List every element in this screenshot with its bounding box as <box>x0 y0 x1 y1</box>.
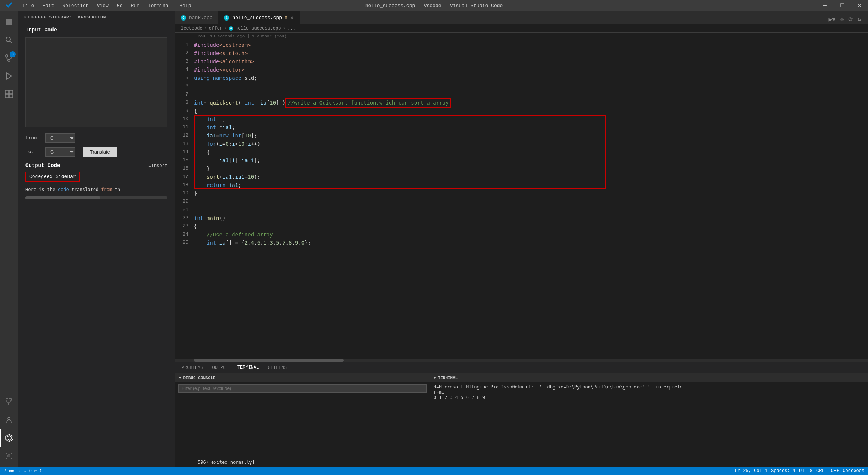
layout-icon[interactable]: ⇆ <box>856 15 862 24</box>
activity-explorer[interactable] <box>0 13 18 31</box>
terminal-content[interactable]: d=Microsoft-MIEngine-Pid-1xso0ekm.rtz' '… <box>430 382 868 458</box>
settings-icon[interactable]: ⚙ <box>839 15 845 24</box>
menu-run[interactable]: Run <box>127 2 143 9</box>
hello-tab-label: hello_success.cpp <box>232 15 282 21</box>
svg-line-1 <box>10 41 12 43</box>
from-row: From: C C++ Python Java <box>25 133 167 143</box>
breadcrumb-sep-2: › <box>224 26 227 31</box>
breadcrumb-leetcode[interactable]: leetcode <box>181 26 203 31</box>
menu-view[interactable]: View <box>93 2 112 9</box>
svg-point-11 <box>8 417 10 420</box>
code-line-8: 8 int* quicksort( int ia[10] )//write a … <box>175 99 868 107</box>
tab-modified-indicator: M <box>285 16 287 20</box>
menu-help[interactable]: Help <box>176 2 195 9</box>
panel-tab-gitlens[interactable]: GITLENS <box>267 362 287 373</box>
debug-filter-input[interactable] <box>178 384 427 393</box>
hello-tab-icon: G <box>224 15 229 21</box>
minimize-button[interactable]: — <box>816 0 834 11</box>
debug-console-arrow: ▼ <box>179 376 182 380</box>
terminal-line-1: d=Microsoft-MIEngine-Pid-1xso0ekm.rtz' '… <box>434 384 864 390</box>
menu-edit[interactable]: Edit <box>39 2 58 9</box>
breadcrumb-file-icon: G <box>229 26 233 31</box>
line-content-19: } <box>194 189 868 197</box>
tab-hello[interactable]: G hello_success.cpp M ✕ <box>218 11 299 24</box>
line-num-20: 20 <box>175 197 194 206</box>
line-num-16: 16 <box>175 164 194 173</box>
line-num-5: 5 <box>175 74 194 82</box>
breadcrumb-sep-3: › <box>283 26 285 31</box>
codegeex-sidebar-item[interactable]: Codegeex SideBar <box>25 172 80 182</box>
menu-selection[interactable]: Selection <box>58 2 92 9</box>
sidebar: CODEGEEX SIDEBAR: TRANSLATION Input Code… <box>18 11 175 467</box>
code-line-25: 25 int ia[] = {2,4,6,1,3,5,7,8,9,0}; <box>175 239 868 247</box>
code-line-20: 20 <box>175 197 868 206</box>
line-num-23: 23 <box>175 222 194 230</box>
line-num-22: 22 <box>175 214 194 222</box>
activity-source-control[interactable]: 3 <box>0 49 18 67</box>
code-line-1: 1 #include<iostream> <box>175 41 868 49</box>
menu-go[interactable]: Go <box>113 2 127 9</box>
activity-run[interactable] <box>0 67 18 85</box>
status-right: Ln 25, Col 1 Spaces: 4 UTF-8 CRLF C++ Co… <box>735 468 864 474</box>
code-editor[interactable]: 1 #include<iostream> 2 #include<stdio.h>… <box>175 40 868 362</box>
line-content-22: int main() <box>194 214 868 222</box>
svg-point-14 <box>8 455 10 457</box>
activity-bar: 3 <box>0 11 18 467</box>
activity-extensions[interactable] <box>0 85 18 103</box>
code-line-5: 5 using namespace std; <box>175 74 868 82</box>
debug-console-title: DEBUG CONSOLE <box>183 376 216 380</box>
line-num-14: 14 <box>175 148 194 156</box>
to-select[interactable]: C++ C Python Java <box>45 147 75 157</box>
status-spaces[interactable]: Spaces: 4 <box>771 468 795 474</box>
code-line-7: 7 <box>175 90 868 99</box>
insert-button[interactable]: ↵Insert <box>149 163 167 169</box>
status-line-col[interactable]: Ln 25, Col 1 <box>735 468 767 474</box>
panel-tab-problems[interactable]: PROBLEMS <box>181 362 204 373</box>
status-branch[interactable]: ☍ main <box>4 468 20 474</box>
run-debug-icon[interactable]: ▶▼ <box>827 15 837 24</box>
editor-scrollbar-h[interactable] <box>175 359 868 362</box>
bottom-line-text: 596) exited normally] <box>198 460 255 465</box>
breadcrumb-file[interactable]: hello_success.cpp <box>235 26 281 31</box>
status-encoding[interactable]: UTF-8 <box>799 468 813 474</box>
panel-tab-terminal[interactable]: TERMINAL <box>237 362 260 373</box>
status-errors[interactable]: ⚠ 0 ☐ 0 <box>24 468 42 474</box>
status-language[interactable]: C++ <box>831 468 839 474</box>
activity-codegeex[interactable] <box>0 429 18 447</box>
main-layout: 3 <box>0 11 868 467</box>
tab-bank[interactable]: G bank.cpp <box>175 11 218 24</box>
from-select[interactable]: C C++ Python Java <box>45 133 75 143</box>
code-line-16: 16 } <box>175 164 868 173</box>
window-controls: — □ ✕ <box>816 0 868 11</box>
line-content-14: { <box>194 148 868 156</box>
close-button[interactable]: ✕ <box>851 0 868 11</box>
line-content-1: #include<iostream> <box>194 41 868 49</box>
svg-marker-12 <box>6 434 13 442</box>
activity-search[interactable] <box>0 31 18 49</box>
line-num-10: 10 <box>175 115 194 123</box>
panel-tab-output[interactable]: OUTPUT <box>212 362 229 373</box>
output-text-content: Here is the code translated from th <box>25 187 120 192</box>
menu-file[interactable]: File <box>19 2 38 9</box>
breadcrumb-more[interactable]: ... <box>288 26 296 31</box>
menu-terminal[interactable]: Terminal <box>144 2 175 9</box>
breadcrumb-offer[interactable]: offer <box>209 26 222 31</box>
horizontal-scrollbar[interactable] <box>25 196 167 199</box>
line-num-11: 11 <box>175 123 194 131</box>
history-icon[interactable]: ⟳ <box>847 15 854 24</box>
activity-settings[interactable] <box>0 447 18 465</box>
line-content-11: int *ia1; <box>194 123 868 131</box>
activity-community[interactable] <box>0 411 18 429</box>
input-code-area[interactable] <box>25 37 167 127</box>
breadcrumb-sep-1: › <box>204 26 207 31</box>
terminal-title: TERMINAL <box>438 376 458 380</box>
tab-close-button[interactable]: ✕ <box>290 15 293 21</box>
status-codegeex[interactable]: CodeGeeX <box>843 468 864 474</box>
translate-button[interactable]: Translate <box>83 147 117 157</box>
code-line-9: 9 { <box>175 107 868 115</box>
line-num-18: 18 <box>175 181 194 189</box>
activity-test[interactable] <box>0 393 18 411</box>
status-eol[interactable]: CRLF <box>816 468 827 474</box>
maximize-button[interactable]: □ <box>834 0 851 11</box>
line-num-12: 12 <box>175 131 194 140</box>
